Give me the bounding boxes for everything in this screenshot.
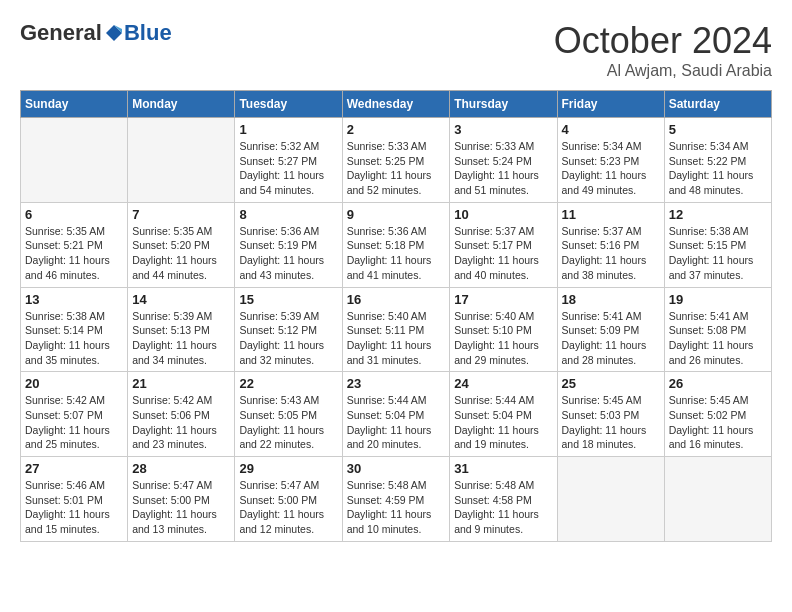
calendar-cell: 25Sunrise: 5:45 AMSunset: 5:03 PMDayligh…: [557, 372, 664, 457]
logo-blue: Blue: [124, 20, 172, 46]
calendar-cell: 30Sunrise: 5:48 AMSunset: 4:59 PMDayligh…: [342, 457, 450, 542]
day-number: 7: [132, 207, 230, 222]
day-info: Sunrise: 5:40 AMSunset: 5:10 PMDaylight:…: [454, 309, 552, 368]
svg-marker-0: [106, 25, 122, 41]
day-info: Sunrise: 5:35 AMSunset: 5:21 PMDaylight:…: [25, 224, 123, 283]
day-number: 27: [25, 461, 123, 476]
day-info: Sunrise: 5:38 AMSunset: 5:15 PMDaylight:…: [669, 224, 767, 283]
weekday-header: Wednesday: [342, 91, 450, 118]
day-number: 3: [454, 122, 552, 137]
calendar-cell: 17Sunrise: 5:40 AMSunset: 5:10 PMDayligh…: [450, 287, 557, 372]
logo: General Blue: [20, 20, 172, 46]
day-number: 26: [669, 376, 767, 391]
day-number: 13: [25, 292, 123, 307]
day-number: 25: [562, 376, 660, 391]
calendar-cell: 9Sunrise: 5:36 AMSunset: 5:18 PMDaylight…: [342, 202, 450, 287]
calendar-cell: 31Sunrise: 5:48 AMSunset: 4:58 PMDayligh…: [450, 457, 557, 542]
day-info: Sunrise: 5:43 AMSunset: 5:05 PMDaylight:…: [239, 393, 337, 452]
calendar-week-row: 6Sunrise: 5:35 AMSunset: 5:21 PMDaylight…: [21, 202, 772, 287]
calendar-cell: 28Sunrise: 5:47 AMSunset: 5:00 PMDayligh…: [128, 457, 235, 542]
calendar-header-row: SundayMondayTuesdayWednesdayThursdayFrid…: [21, 91, 772, 118]
calendar-cell: [664, 457, 771, 542]
calendar-cell: 5Sunrise: 5:34 AMSunset: 5:22 PMDaylight…: [664, 118, 771, 203]
calendar-cell: 6Sunrise: 5:35 AMSunset: 5:21 PMDaylight…: [21, 202, 128, 287]
day-number: 6: [25, 207, 123, 222]
day-number: 11: [562, 207, 660, 222]
day-number: 10: [454, 207, 552, 222]
day-info: Sunrise: 5:39 AMSunset: 5:13 PMDaylight:…: [132, 309, 230, 368]
day-number: 14: [132, 292, 230, 307]
weekday-header: Thursday: [450, 91, 557, 118]
day-number: 30: [347, 461, 446, 476]
weekday-header: Saturday: [664, 91, 771, 118]
title-area: October 2024 Al Awjam, Saudi Arabia: [554, 20, 772, 80]
day-number: 12: [669, 207, 767, 222]
day-info: Sunrise: 5:44 AMSunset: 5:04 PMDaylight:…: [347, 393, 446, 452]
calendar-cell: [557, 457, 664, 542]
calendar-cell: 23Sunrise: 5:44 AMSunset: 5:04 PMDayligh…: [342, 372, 450, 457]
calendar-cell: [128, 118, 235, 203]
day-number: 29: [239, 461, 337, 476]
day-info: Sunrise: 5:36 AMSunset: 5:19 PMDaylight:…: [239, 224, 337, 283]
day-info: Sunrise: 5:48 AMSunset: 4:58 PMDaylight:…: [454, 478, 552, 537]
calendar-cell: 19Sunrise: 5:41 AMSunset: 5:08 PMDayligh…: [664, 287, 771, 372]
calendar-cell: 29Sunrise: 5:47 AMSunset: 5:00 PMDayligh…: [235, 457, 342, 542]
weekday-header: Monday: [128, 91, 235, 118]
day-number: 21: [132, 376, 230, 391]
calendar-table: SundayMondayTuesdayWednesdayThursdayFrid…: [20, 90, 772, 542]
calendar-week-row: 1Sunrise: 5:32 AMSunset: 5:27 PMDaylight…: [21, 118, 772, 203]
day-info: Sunrise: 5:45 AMSunset: 5:03 PMDaylight:…: [562, 393, 660, 452]
day-info: Sunrise: 5:42 AMSunset: 5:07 PMDaylight:…: [25, 393, 123, 452]
calendar-cell: 13Sunrise: 5:38 AMSunset: 5:14 PMDayligh…: [21, 287, 128, 372]
logo-general: General: [20, 20, 102, 46]
weekday-header: Tuesday: [235, 91, 342, 118]
day-number: 20: [25, 376, 123, 391]
day-info: Sunrise: 5:39 AMSunset: 5:12 PMDaylight:…: [239, 309, 337, 368]
day-info: Sunrise: 5:44 AMSunset: 5:04 PMDaylight:…: [454, 393, 552, 452]
calendar-cell: 14Sunrise: 5:39 AMSunset: 5:13 PMDayligh…: [128, 287, 235, 372]
day-info: Sunrise: 5:33 AMSunset: 5:24 PMDaylight:…: [454, 139, 552, 198]
calendar-cell: 4Sunrise: 5:34 AMSunset: 5:23 PMDaylight…: [557, 118, 664, 203]
day-info: Sunrise: 5:35 AMSunset: 5:20 PMDaylight:…: [132, 224, 230, 283]
day-info: Sunrise: 5:45 AMSunset: 5:02 PMDaylight:…: [669, 393, 767, 452]
calendar-cell: 26Sunrise: 5:45 AMSunset: 5:02 PMDayligh…: [664, 372, 771, 457]
calendar-cell: 21Sunrise: 5:42 AMSunset: 5:06 PMDayligh…: [128, 372, 235, 457]
day-number: 18: [562, 292, 660, 307]
day-info: Sunrise: 5:42 AMSunset: 5:06 PMDaylight:…: [132, 393, 230, 452]
day-info: Sunrise: 5:47 AMSunset: 5:00 PMDaylight:…: [132, 478, 230, 537]
calendar-cell: [21, 118, 128, 203]
calendar-cell: 16Sunrise: 5:40 AMSunset: 5:11 PMDayligh…: [342, 287, 450, 372]
day-info: Sunrise: 5:34 AMSunset: 5:22 PMDaylight:…: [669, 139, 767, 198]
calendar-cell: 10Sunrise: 5:37 AMSunset: 5:17 PMDayligh…: [450, 202, 557, 287]
calendar-cell: 1Sunrise: 5:32 AMSunset: 5:27 PMDaylight…: [235, 118, 342, 203]
day-number: 28: [132, 461, 230, 476]
day-info: Sunrise: 5:47 AMSunset: 5:00 PMDaylight:…: [239, 478, 337, 537]
day-info: Sunrise: 5:46 AMSunset: 5:01 PMDaylight:…: [25, 478, 123, 537]
calendar-cell: 15Sunrise: 5:39 AMSunset: 5:12 PMDayligh…: [235, 287, 342, 372]
day-number: 16: [347, 292, 446, 307]
calendar-week-row: 27Sunrise: 5:46 AMSunset: 5:01 PMDayligh…: [21, 457, 772, 542]
day-number: 22: [239, 376, 337, 391]
calendar-cell: 3Sunrise: 5:33 AMSunset: 5:24 PMDaylight…: [450, 118, 557, 203]
logo-icon: [104, 23, 124, 43]
calendar-cell: 7Sunrise: 5:35 AMSunset: 5:20 PMDaylight…: [128, 202, 235, 287]
day-info: Sunrise: 5:36 AMSunset: 5:18 PMDaylight:…: [347, 224, 446, 283]
day-number: 17: [454, 292, 552, 307]
weekday-header: Friday: [557, 91, 664, 118]
calendar-cell: 18Sunrise: 5:41 AMSunset: 5:09 PMDayligh…: [557, 287, 664, 372]
weekday-header: Sunday: [21, 91, 128, 118]
calendar-cell: 22Sunrise: 5:43 AMSunset: 5:05 PMDayligh…: [235, 372, 342, 457]
day-number: 5: [669, 122, 767, 137]
calendar-cell: 11Sunrise: 5:37 AMSunset: 5:16 PMDayligh…: [557, 202, 664, 287]
day-number: 1: [239, 122, 337, 137]
day-number: 15: [239, 292, 337, 307]
calendar-cell: 20Sunrise: 5:42 AMSunset: 5:07 PMDayligh…: [21, 372, 128, 457]
day-info: Sunrise: 5:48 AMSunset: 4:59 PMDaylight:…: [347, 478, 446, 537]
calendar-cell: 27Sunrise: 5:46 AMSunset: 5:01 PMDayligh…: [21, 457, 128, 542]
page-header: General Blue October 2024 Al Awjam, Saud…: [20, 20, 772, 80]
calendar-week-row: 13Sunrise: 5:38 AMSunset: 5:14 PMDayligh…: [21, 287, 772, 372]
day-number: 4: [562, 122, 660, 137]
day-number: 9: [347, 207, 446, 222]
calendar-cell: 12Sunrise: 5:38 AMSunset: 5:15 PMDayligh…: [664, 202, 771, 287]
calendar-week-row: 20Sunrise: 5:42 AMSunset: 5:07 PMDayligh…: [21, 372, 772, 457]
